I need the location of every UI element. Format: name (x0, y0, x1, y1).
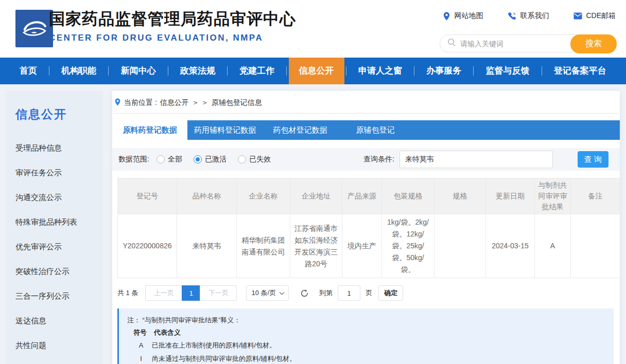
table-cell: Y20220000826 (118, 214, 177, 278)
column-header: 企业名称 (237, 178, 290, 214)
sitemap-link[interactable]: 网站地图 (443, 11, 483, 21)
pagination: 共 1 条 上一页 1 下一页 10 条/页 到第 页 确定 (117, 285, 620, 301)
mailbox-link[interactable]: CDE邮箱 (573, 11, 616, 21)
nav-item-1[interactable]: 首页 (9, 58, 47, 84)
query-button[interactable]: 查 询 (578, 151, 608, 168)
note-entry-A: A已批准在上市制剂使用的原料/辅料/包材。 (127, 339, 605, 352)
nav-separator (346, 66, 346, 76)
cde-logo-icon (20, 14, 49, 44)
pager-group: 上一页 1 下一页 (145, 285, 237, 301)
note-entry-I: I尚未通过与制剂共同审评审批的原料/辅料/包材。 (127, 352, 605, 364)
sidebar-item-4[interactable]: 特殊审批品种列表 (15, 210, 103, 234)
mail-icon (573, 12, 582, 20)
sidebar-item-7[interactable]: 三合一序列公示 (15, 284, 103, 308)
site-header: 国家药品监督管理局药品审评中心 CENTER FOR DRUG EVALUATI… (0, 0, 626, 58)
next-page-button[interactable]: 下一页 (200, 285, 237, 301)
table-cell: 1kg/袋。2kg/袋。12kg/袋。25kg/袋。50kg/袋。 (382, 214, 434, 278)
table-cell: 江苏省南通市如东沿海经济开发区海滨三路20号 (290, 214, 342, 278)
column-header: 更新日期 (486, 178, 535, 214)
nav-item-2[interactable]: 机构职能 (51, 58, 107, 84)
table-cell (571, 214, 620, 278)
refresh-icon[interactable] (300, 289, 309, 298)
sidebar-item-6[interactable]: 突破性治疗公示 (15, 259, 103, 284)
note-symbol: I (134, 352, 148, 364)
current-page-button[interactable]: 1 (182, 285, 200, 301)
search-icon (447, 38, 456, 49)
sidebar-item-10[interactable]: 临床试验默示许可 (15, 358, 103, 364)
tab-4[interactable]: 原辅包登记 (338, 120, 413, 140)
nav-item-4[interactable]: 政策法规 (170, 58, 225, 84)
nav-item-6[interactable]: 信息公开 (289, 58, 344, 84)
query-label: 查询条件: (363, 155, 394, 164)
note-title: 注： “与制剂共同审评审批结果”释义： (127, 314, 605, 326)
tab-3[interactable]: 药包材登记数据 (263, 120, 338, 140)
query-input[interactable] (399, 151, 553, 168)
table-cell: 精华制药集团南通有限公司 (237, 214, 290, 278)
content-area: 当前位置 : 信息公开 ＞ ＞ 原辅包登记信息 原料药登记数据药用辅料登记数据药… (103, 84, 626, 364)
page-size-select[interactable]: 10 条/页 (246, 285, 289, 301)
confirm-button[interactable]: 确定 (378, 285, 403, 301)
title-block: 国家药品监督管理局药品审评中心 CENTER FOR DRUG EVALUATI… (49, 9, 296, 43)
sitemap-label: 网站地图 (454, 11, 483, 21)
sidebar-item-3[interactable]: 沟通交流公示 (15, 185, 103, 210)
search-button[interactable]: 搜索 (570, 34, 617, 53)
column-header: 产品来源 (342, 178, 382, 214)
scope-radio-2[interactable]: 已激活 (194, 155, 227, 164)
table-cell: A (535, 214, 571, 278)
column-header: 企业地址 (290, 178, 342, 214)
column-header: 与制剂共同审评审批结果 (535, 178, 571, 214)
sidebar-item-9[interactable]: 共性问题 (15, 333, 103, 358)
nav-item-3[interactable]: 新闻中心 (111, 58, 166, 84)
scope-radios: 全部已激活已失效 (156, 155, 271, 164)
breadcrumb-label: 当前位置 : (124, 98, 157, 107)
tab-2[interactable]: 药用辅料登记数据 (187, 120, 263, 140)
chevron-down-icon (280, 290, 285, 295)
sidebar-menu: 受理品种信息审评任务公示沟通交流公示特殊审批品种列表优先审评公示突破性治疗公示三… (15, 136, 103, 364)
search-bar: 搜索 (440, 34, 617, 52)
contact-link[interactable]: 联系我们 (508, 11, 549, 21)
note-header-symbol: 符号 (133, 326, 147, 339)
breadcrumb-pin-icon (114, 98, 121, 107)
main-area: 信息公开 受理品种信息审评任务公示沟通交流公示特殊审批品种列表优先审评公示突破性… (0, 84, 626, 364)
note-meaning: 已批准在上市制剂使用的原料/辅料/包材。 (152, 339, 276, 352)
nav-separator (108, 66, 109, 76)
contact-label: 联系我们 (520, 11, 549, 21)
note-box: 注： “与制剂共同审评审批结果”释义： 符号 代表含义 A已批准在上市制剂使用的… (117, 308, 614, 364)
note-entries: A已批准在上市制剂使用的原料/辅料/包材。I尚未通过与制剂共同审评审批的原料/辅… (127, 339, 605, 364)
nav-item-7[interactable]: 申请人之窗 (348, 58, 412, 84)
prev-page-button[interactable]: 上一页 (145, 285, 182, 301)
goto-unit: 页 (366, 288, 372, 298)
nav-item-8[interactable]: 办事服务 (416, 58, 472, 84)
total-count: 共 1 条 (117, 288, 138, 298)
table-header-row: 登记号品种名称企业名称企业地址产品来源包装规格规格更新日期与制剂共同审评审批结果… (118, 178, 620, 214)
table-cell: 2024-03-15 (486, 214, 535, 278)
scope-label: 数据范围: (118, 155, 149, 164)
table-cell (434, 214, 486, 278)
breadcrumb-section[interactable]: 信息公开 (160, 98, 189, 107)
tab-1[interactable]: 原料药登记数据 (112, 120, 187, 140)
column-header: 备注 (571, 178, 620, 214)
scope-radio-1[interactable]: 全部 (156, 155, 182, 164)
results-table: 登记号品种名称企业名称企业地址产品来源包装规格规格更新日期与制剂共同审评审批结果… (117, 178, 620, 278)
nav-item-5[interactable]: 党建工作 (229, 58, 285, 84)
nav-separator (542, 66, 542, 76)
sidebar-item-8[interactable]: 送达信息 (15, 308, 103, 333)
site-subtitle: CENTER FOR DRUG EVALUATION, NMPA (49, 33, 296, 43)
nav-item-10[interactable]: 登记备案平台 (544, 58, 617, 84)
column-header: 登记号 (118, 178, 177, 214)
breadcrumb-separator: ＞ ＞ (192, 98, 208, 107)
table-row: Y20220000826来特莫韦精华制药集团南通有限公司江苏省南通市如东沿海经济… (118, 214, 620, 278)
goto-page-input[interactable] (338, 285, 360, 301)
sidebar-item-2[interactable]: 审评任务公示 (15, 160, 103, 185)
column-header: 品种名称 (177, 178, 237, 214)
note-header-meaning: 代表含义 (154, 326, 181, 339)
content-card: 当前位置 : 信息公开 ＞ ＞ 原辅包登记信息 原料药登记数据药用辅料登记数据药… (112, 91, 620, 364)
radio-checked-icon (194, 155, 202, 163)
quick-links: 网站地图 联系我们 CDE邮箱 (443, 11, 616, 21)
scope-radio-3[interactable]: 已失效 (238, 155, 271, 164)
table-cell: 境内生产 (342, 214, 382, 278)
tab-bar: 原料药登记数据药用辅料登记数据药包材登记数据原辅包登记 (112, 120, 620, 140)
sidebar-item-5[interactable]: 优先审评公示 (15, 234, 103, 259)
sidebar-item-1[interactable]: 受理品种信息 (15, 136, 103, 160)
nav-item-9[interactable]: 监督与反馈 (476, 58, 540, 84)
